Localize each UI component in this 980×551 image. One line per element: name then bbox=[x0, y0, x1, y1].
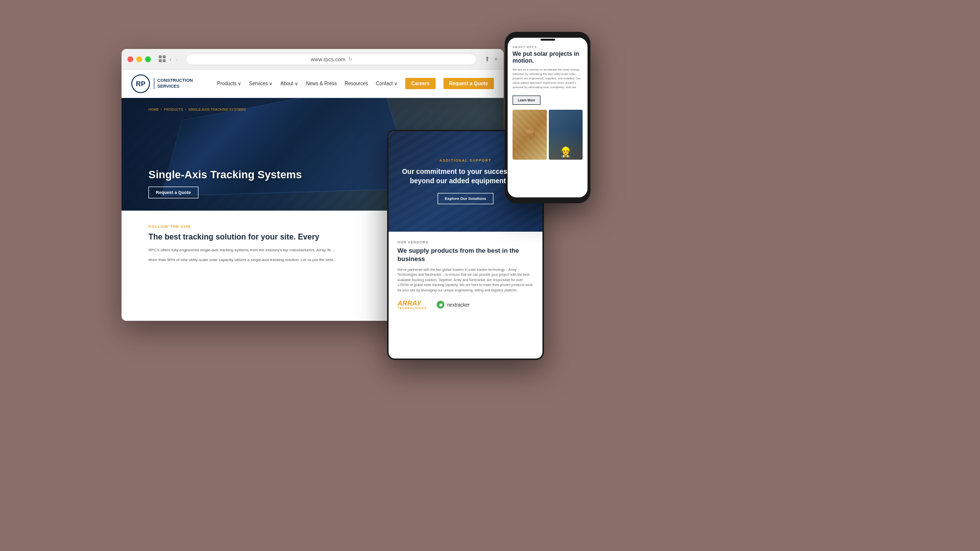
vendors-description: We've partnered with the two global lead… bbox=[397, 267, 534, 293]
logo-circle: RP bbox=[131, 74, 150, 93]
address-bar-url: www.rpcs.com bbox=[311, 56, 345, 62]
address-bar[interactable]: www.rpcs.com ↻ bbox=[186, 53, 477, 65]
phone-about-text: We are on a mission to accelerate the cl… bbox=[508, 68, 588, 95]
request-quote-nav-button[interactable]: Request a Quote bbox=[443, 78, 494, 89]
tablet-hero-title: Our commitment to your success goes beyo… bbox=[398, 167, 533, 185]
breadcrumb-current: SINGLE-AXIS TRACKING SYSTEMS bbox=[188, 108, 245, 111]
nav-links: Products ∨ Services ∨ About ∨ News & Pre… bbox=[217, 78, 494, 89]
site-navigation: RP CONSTRUCTION SERVICES Products ∨ Serv… bbox=[122, 70, 504, 98]
phone-about-label: ABOUT RPCS bbox=[508, 41, 588, 50]
traffic-light-minimize[interactable] bbox=[136, 56, 142, 62]
array-logo-sub: TECHNOLOGIES bbox=[397, 307, 427, 310]
logo-text: CONSTRUCTION SERVICES bbox=[154, 78, 193, 89]
browser-chrome: ‹ › www.rpcs.com ↻ ⬆ + bbox=[122, 49, 504, 70]
breadcrumb-sep1: › bbox=[161, 108, 162, 111]
careers-button[interactable]: Careers bbox=[405, 78, 435, 89]
nav-about[interactable]: About ∨ bbox=[280, 81, 298, 86]
browser-nav-icons: ‹ › bbox=[159, 55, 178, 63]
workers-image-icon: 👷 bbox=[560, 146, 572, 160]
nav-resources[interactable]: Resources bbox=[344, 81, 368, 86]
nextracker-logo: ◉ nextracker bbox=[437, 301, 470, 309]
hero-cta-button[interactable]: Request a Quote bbox=[148, 187, 198, 198]
browser-forward-icon[interactable]: › bbox=[176, 55, 178, 63]
logo-letters: RP bbox=[136, 80, 145, 88]
phone-notch-bar bbox=[540, 39, 555, 41]
traffic-lights bbox=[127, 56, 151, 62]
share-icon[interactable]: ⬆ bbox=[485, 55, 490, 63]
nav-contact[interactable]: Contact ∨ bbox=[376, 81, 397, 86]
nav-products[interactable]: Products ∨ bbox=[217, 81, 241, 86]
explore-solutions-button[interactable]: Explore Our Solutions bbox=[438, 193, 493, 204]
traffic-light-close[interactable] bbox=[127, 56, 133, 62]
breadcrumb: HOME › PRODUCTS › SINGLE-AXIS TRACKING S… bbox=[148, 108, 245, 111]
hero-title: Single-Axis Tracking Systems bbox=[148, 168, 302, 181]
nav-news-press[interactable]: News & Press bbox=[306, 81, 337, 86]
vendor-logos-container: ARRAY TECHNOLOGIES ◉ nextracker bbox=[397, 300, 534, 310]
company-line2: SERVICES bbox=[157, 84, 193, 90]
phone-supply-image: 📦 bbox=[513, 110, 547, 160]
vendors-title: We supply products from the best in the … bbox=[397, 247, 534, 264]
breadcrumb-home: HOME bbox=[148, 108, 159, 111]
tablet-additional-support-label: ADDITIONAL SUPPORT bbox=[440, 159, 491, 162]
tablet-vendors-section: OUR VENDORS We supply products from the … bbox=[389, 232, 542, 318]
nextracker-icon: ◉ bbox=[437, 301, 444, 309]
nextracker-logo-text: nextracker bbox=[447, 302, 470, 308]
traffic-light-maximize[interactable] bbox=[145, 56, 151, 62]
breadcrumb-products: PRODUCTS bbox=[164, 108, 183, 111]
array-logo-text: ARRAY bbox=[397, 300, 427, 307]
phone-workers-image: 👷 bbox=[549, 110, 583, 160]
refresh-icon[interactable]: ↻ bbox=[348, 56, 352, 62]
browser-grid-icon bbox=[159, 55, 166, 62]
company-line1: CONSTRUCTION bbox=[157, 78, 193, 84]
nav-services[interactable]: Services ∨ bbox=[249, 81, 272, 86]
phone-images-grid: 📦 👷 bbox=[508, 110, 588, 164]
phone-learn-more-button[interactable]: Learn More bbox=[513, 96, 540, 105]
phone-about-title: We put solar projects in motion. bbox=[508, 50, 588, 68]
array-technologies-logo: ARRAY TECHNOLOGIES bbox=[397, 300, 427, 310]
site-logo: RP CONSTRUCTION SERVICES bbox=[131, 74, 193, 93]
vendors-eyebrow-label: OUR VENDORS bbox=[397, 240, 534, 244]
supply-image-icon: 📦 bbox=[513, 110, 547, 160]
browser-back-icon[interactable]: ‹ bbox=[170, 55, 172, 63]
breadcrumb-sep2: › bbox=[185, 108, 186, 111]
new-tab-icon[interactable]: + bbox=[494, 55, 498, 63]
browser-actions: ⬆ + bbox=[485, 55, 498, 63]
